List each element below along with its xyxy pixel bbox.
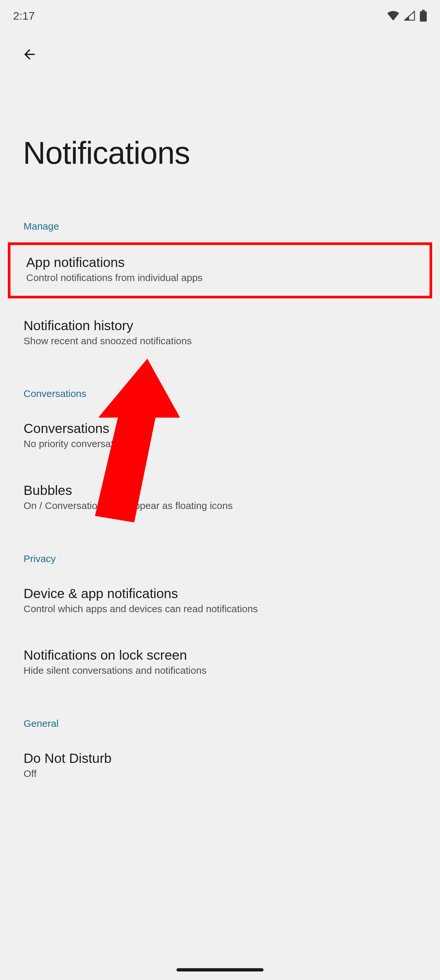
section-header-general: General <box>0 708 440 740</box>
row-device-app-notifications[interactable]: Device & app notifications Control which… <box>0 575 440 628</box>
row-subtitle: Hide silent conversations and notificati… <box>24 664 416 677</box>
svg-rect-0 <box>420 11 427 22</box>
row-conversations[interactable]: Conversations No priority conversations <box>0 410 440 463</box>
row-title: Notifications on lock screen <box>24 648 416 664</box>
battery-icon <box>420 10 427 22</box>
row-title: Do Not Disturb <box>24 751 416 767</box>
row-app-notifications[interactable]: App notifications Control notifications … <box>8 242 432 298</box>
status-icons <box>387 10 427 22</box>
arrow-left-icon <box>22 46 37 62</box>
back-button[interactable] <box>17 43 41 66</box>
row-subtitle: On / Conversations can appear as floatin… <box>24 500 416 512</box>
row-do-not-disturb[interactable]: Do Not Disturb Off <box>0 740 440 793</box>
section-header-manage: Manage <box>0 210 440 242</box>
row-subtitle: No priority conversations <box>24 438 416 450</box>
row-lock-screen[interactable]: Notifications on lock screen Hide silent… <box>0 636 440 690</box>
row-bubbles[interactable]: Bubbles On / Conversations can appear as… <box>0 472 440 525</box>
row-subtitle: Control which apps and devices can read … <box>24 603 416 615</box>
status-bar: 2:17 <box>0 0 440 32</box>
page-title: Notifications <box>0 66 440 210</box>
row-title: Notification history <box>24 318 416 335</box>
row-subtitle: Show recent and snoozed notifications <box>24 335 416 347</box>
row-title: Conversations <box>24 421 416 438</box>
status-time: 2:17 <box>13 10 35 22</box>
signal-icon <box>404 11 415 21</box>
row-notification-history[interactable]: Notification history Show recent and sno… <box>0 307 440 360</box>
row-title: App notifications <box>26 255 414 272</box>
row-title: Device & app notifications <box>24 586 416 603</box>
svg-rect-1 <box>422 10 425 11</box>
row-title: Bubbles <box>24 483 416 500</box>
row-subtitle: Control notifications from individual ap… <box>26 272 414 284</box>
navigation-handle[interactable] <box>176 968 264 972</box>
section-header-privacy: Privacy <box>0 543 440 575</box>
section-header-conversations: Conversations <box>0 378 440 410</box>
wifi-icon <box>387 11 399 21</box>
row-subtitle: Off <box>24 767 416 780</box>
